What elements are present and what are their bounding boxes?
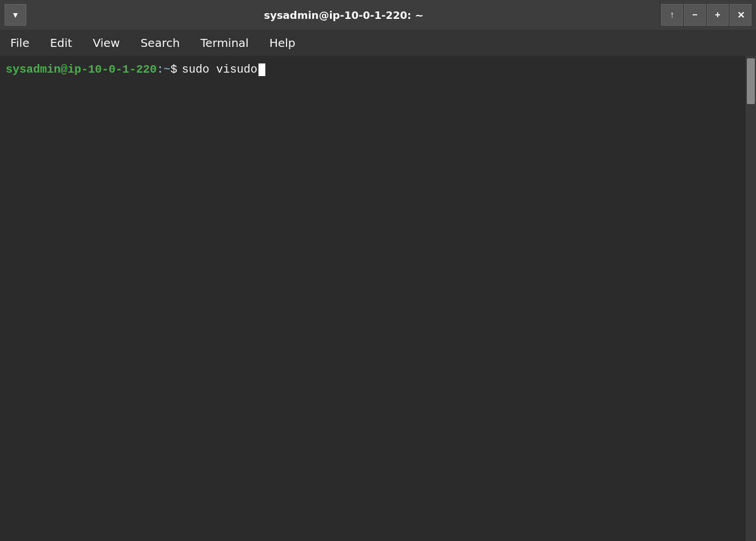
menu-file[interactable]: File [6, 34, 34, 52]
prompt-symbol: $ [170, 61, 177, 79]
minimize-button[interactable]: − [684, 4, 706, 26]
menu-view[interactable]: View [88, 34, 124, 52]
window-controls: ↑ − + ✕ [661, 4, 751, 26]
title-bar: ▼ sysadmin@ip-10-0-1-220: ~ ↑ − + ✕ [0, 0, 756, 30]
minimize-icon: − [692, 10, 697, 20]
command-text: sudo visudo [182, 61, 257, 79]
dropdown-icon: ▼ [11, 10, 19, 19]
terminal-content: sysadmin@ip-10-0-1-220 :~ $ sudo visudo [0, 56, 756, 541]
dropdown-button[interactable]: ▼ [5, 4, 26, 26]
scroll-up-button[interactable]: ↑ [661, 4, 683, 26]
terminal-body[interactable]: sysadmin@ip-10-0-1-220 :~ $ sudo visudo [0, 56, 746, 541]
menu-help[interactable]: Help [265, 34, 300, 52]
scrollbar-thumb[interactable] [747, 58, 755, 104]
title-bar-left: ▼ [5, 4, 26, 26]
scroll-up-icon: ↑ [670, 10, 674, 20]
close-icon: ✕ [737, 10, 745, 21]
menu-bar: File Edit View Search Terminal Help [0, 30, 756, 56]
terminal-window: ▼ sysadmin@ip-10-0-1-220: ~ ↑ − + ✕ File… [0, 0, 756, 541]
close-button[interactable]: ✕ [730, 4, 751, 26]
maximize-icon: + [715, 10, 720, 20]
window-title: sysadmin@ip-10-0-1-220: ~ [26, 9, 661, 21]
maximize-button[interactable]: + [707, 4, 729, 26]
menu-search[interactable]: Search [136, 34, 185, 52]
scrollbar-track[interactable] [746, 56, 756, 541]
prompt-path: :~ [157, 61, 170, 79]
menu-edit[interactable]: Edit [45, 34, 77, 52]
command-line: sysadmin@ip-10-0-1-220 :~ $ sudo visudo [6, 61, 740, 79]
text-cursor [258, 63, 265, 76]
menu-terminal[interactable]: Terminal [196, 34, 253, 52]
prompt-user: sysadmin@ip-10-0-1-220 [6, 61, 157, 79]
